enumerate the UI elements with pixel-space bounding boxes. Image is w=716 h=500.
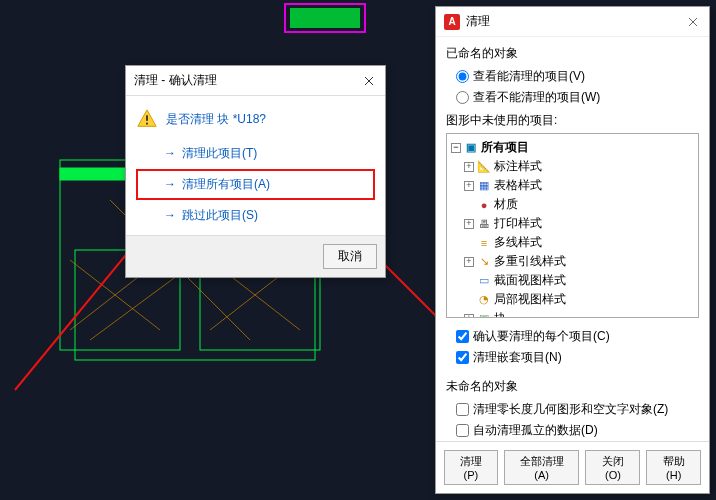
tree-root[interactable]: −▣所有项目 [451, 138, 694, 157]
purge-title: 清理 [466, 13, 685, 30]
tree-item[interactable]: ≡多线样式 [451, 233, 694, 252]
tree-view[interactable]: −▣所有项目 +📐标注样式+▦表格样式●材质+🖶打印样式≡多线样式+↘多重引线样… [446, 133, 699, 318]
chk-confirm-each[interactable]: 确认要清理的每个项目(C) [446, 326, 699, 347]
cancel-button[interactable]: 取消 [323, 244, 377, 269]
tree-item[interactable]: ◔局部视图样式 [451, 290, 694, 309]
app-logo-icon: A [444, 14, 460, 30]
option-skip[interactable]: →跳过此项目(S) [136, 200, 375, 231]
radio-view-nonpurgeable[interactable]: 查看不能清理的项目(W) [446, 87, 699, 108]
svg-rect-19 [146, 115, 148, 121]
svg-rect-2 [290, 8, 360, 28]
purge-button[interactable]: 清理(P) [444, 450, 498, 485]
tree-item[interactable]: +▦表格样式 [451, 176, 694, 195]
confirm-question: 是否清理 块 *U18? [166, 111, 266, 128]
help-button[interactable]: 帮助(H) [646, 450, 701, 485]
tree-item[interactable]: +📐标注样式 [451, 157, 694, 176]
chk-zero-length[interactable]: 清理零长度几何图形和空文字对象(Z) [446, 399, 699, 420]
tree-label: 图形中未使用的项目: [446, 112, 699, 129]
purge-dialog: A 清理 已命名的对象 查看能清理的项目(V) 查看不能清理的项目(W) 图形中… [435, 6, 710, 494]
option-purge-all[interactable]: →清理所有项目(A) [136, 169, 375, 200]
confirm-title: 清理 - 确认清理 [134, 72, 217, 89]
close-button[interactable]: 关闭(O) [585, 450, 640, 485]
warning-icon [136, 108, 158, 130]
chk-orphan-data[interactable]: 自动清理孤立的数据(D) [446, 420, 699, 441]
confirm-dialog: 清理 - 确认清理 是否清理 块 *U18? →清理此项目(T) →清理所有项目… [125, 65, 386, 278]
radio-view-purgeable[interactable]: 查看能清理的项目(V) [446, 66, 699, 87]
close-icon[interactable] [685, 14, 701, 30]
tree-item[interactable]: +↘多重引线样式 [451, 252, 694, 271]
tree-item[interactable]: +▣块 [451, 309, 694, 318]
tree-item[interactable]: ▭截面视图样式 [451, 271, 694, 290]
chk-nested[interactable]: 清理嵌套项目(N) [446, 347, 699, 368]
tree-item[interactable]: ●材质 [451, 195, 694, 214]
close-icon[interactable] [361, 73, 377, 89]
unnamed-section: 未命名的对象 [446, 378, 699, 395]
tree-item[interactable]: +🖶打印样式 [451, 214, 694, 233]
named-section: 已命名的对象 [446, 45, 699, 62]
option-purge-this[interactable]: →清理此项目(T) [136, 138, 375, 169]
purge-all-button[interactable]: 全部清理(A) [504, 450, 579, 485]
svg-rect-20 [146, 123, 148, 125]
